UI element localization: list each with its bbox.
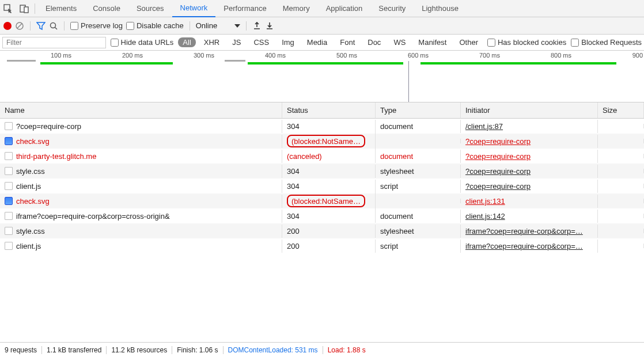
initiator-link[interactable]: client.js:142: [465, 212, 505, 221]
timeline-tick: 900: [632, 52, 643, 59]
chevron-down-icon: [234, 24, 240, 28]
search-icon[interactable]: [49, 21, 58, 31]
request-size: [598, 154, 644, 158]
timeline-overview[interactable]: 100 ms200 ms300 ms400 ms500 ms600 ms700 …: [0, 51, 644, 102]
initiator-link[interactable]: ?coep=require-corp: [465, 137, 531, 146]
type-filter-other[interactable]: Other: [454, 37, 483, 47]
has-blocked-cookies-checkbox[interactable]: Has blocked cookies: [487, 38, 566, 47]
document-file-icon: [5, 152, 13, 160]
blocked-requests-checkbox[interactable]: Blocked Requests: [571, 38, 642, 47]
status-transferred: 1.1 kB transferred: [47, 346, 101, 354]
table-row[interactable]: check.svg(blocked:NotSame…?coep=require-…: [0, 134, 644, 149]
request-status: 304: [282, 210, 376, 223]
table-row[interactable]: iframe?coep=require-corp&corp=cross-orig…: [0, 208, 644, 223]
col-size[interactable]: Size: [598, 102, 644, 118]
request-type: document: [376, 120, 461, 133]
request-type: stylesheet: [376, 165, 461, 178]
table-row[interactable]: check.svg(blocked:NotSame…client.js:131: [0, 193, 644, 208]
timeline-tick: 100 ms: [51, 52, 71, 59]
type-filter-img[interactable]: Img: [277, 37, 299, 47]
request-name: third-party-test.glitch.me: [16, 152, 96, 161]
tab-performance[interactable]: Performance: [215, 0, 274, 17]
status-requests: 9 requests: [5, 346, 37, 354]
initiator-link[interactable]: /client.js:87: [465, 122, 503, 131]
request-size: [598, 184, 644, 188]
inspect-element-icon[interactable]: [0, 1, 16, 17]
request-status: 200: [282, 225, 376, 238]
filter-icon[interactable]: [36, 21, 46, 31]
hide-data-urls-checkbox[interactable]: Hide data URLs: [111, 38, 174, 47]
request-name: iframe?coep=require-corp&corp=cross-orig…: [16, 212, 170, 221]
initiator-link[interactable]: iframe?coep=require-corp&corp=…: [465, 227, 583, 236]
throttling-select[interactable]: Online: [196, 21, 241, 30]
table-row[interactable]: client.js200scriptiframe?coep=require-co…: [0, 238, 644, 253]
request-table: Name Status Type Initiator Size ?coep=re…: [0, 102, 644, 342]
initiator-link[interactable]: ?coep=require-corp: [465, 182, 531, 191]
col-name[interactable]: Name: [0, 102, 282, 118]
initiator-link[interactable]: ?coep=require-corp: [465, 167, 531, 176]
status-bar: 9 requests 1.1 kB transferred 11.2 kB re…: [0, 342, 644, 357]
disable-cache-checkbox[interactable]: Disable cache: [126, 21, 184, 30]
record-button[interactable]: [3, 22, 12, 30]
request-size: [598, 199, 644, 203]
col-type[interactable]: Type: [376, 102, 461, 118]
preserve-log-checkbox[interactable]: Preserve log: [70, 21, 123, 30]
tab-sources[interactable]: Sources: [128, 0, 172, 17]
svg-line-4: [17, 24, 22, 28]
table-row[interactable]: style.css304stylesheet?coep=require-corp: [0, 164, 644, 178]
initiator-link[interactable]: ?coep=require-corp: [465, 152, 531, 161]
table-header: Name Status Type Initiator Size: [0, 102, 644, 119]
type-filter-all[interactable]: All: [178, 37, 195, 47]
type-filter-ws[interactable]: WS: [389, 37, 410, 47]
table-row[interactable]: ?coep=require-corp304document/client.js:…: [0, 119, 644, 134]
tab-security[interactable]: Security: [370, 0, 414, 17]
panel-tabs: ElementsConsoleSourcesNetworkPerformance…: [37, 0, 467, 17]
filter-input[interactable]: [2, 37, 106, 48]
request-size: [598, 214, 644, 218]
table-row[interactable]: style.css200stylesheetiframe?coep=requir…: [0, 223, 644, 238]
download-har-icon[interactable]: [265, 21, 274, 31]
clear-icon[interactable]: [15, 21, 24, 31]
table-row[interactable]: client.js304script?coep=require-corp: [0, 178, 644, 193]
type-filter-css[interactable]: CSS: [249, 37, 274, 47]
tab-lighthouse[interactable]: Lighthouse: [414, 0, 467, 17]
request-status: 304: [282, 120, 376, 133]
request-name: client.js: [16, 242, 41, 250]
request-type: [376, 199, 461, 203]
request-status: (blocked:NotSame…: [282, 192, 376, 210]
type-filter-font[interactable]: Font: [335, 37, 359, 47]
domcontentloaded-marker: [408, 61, 409, 102]
request-name: style.css: [16, 167, 45, 176]
document-file-icon: [5, 242, 13, 250]
type-filter-doc[interactable]: Doc: [363, 37, 385, 47]
col-initiator[interactable]: Initiator: [461, 102, 598, 118]
type-filter-xhr[interactable]: XHR: [199, 37, 224, 47]
initiator-link[interactable]: iframe?coep=require-corp&corp=…: [465, 242, 583, 250]
document-file-icon: [5, 122, 13, 130]
request-status: 304: [282, 165, 376, 178]
blocked-status-highlight: (blocked:NotSame…: [287, 135, 365, 147]
tab-application[interactable]: Application: [318, 0, 371, 17]
tab-elements[interactable]: Elements: [37, 0, 85, 17]
col-status[interactable]: Status: [282, 102, 376, 118]
timeline-tick: 700 ms: [479, 52, 500, 59]
upload-har-icon[interactable]: [252, 21, 262, 31]
initiator-link[interactable]: client.js:131: [465, 197, 505, 206]
blocked-status-highlight: (blocked:NotSame…: [287, 195, 365, 207]
request-type: document: [376, 210, 461, 223]
toggle-device-icon[interactable]: [16, 1, 32, 17]
request-type: stylesheet: [376, 225, 461, 238]
timeline-tick: 500 ms: [336, 52, 357, 59]
type-filter-manifest[interactable]: Manifest: [414, 37, 451, 47]
type-filter-media[interactable]: Media: [302, 37, 332, 47]
table-row[interactable]: third-party-test.glitch.me(canceled)docu…: [0, 149, 644, 164]
timeline-tick: 300 ms: [194, 52, 214, 59]
tab-network[interactable]: Network: [172, 0, 216, 17]
request-type: document: [376, 150, 461, 163]
tab-memory[interactable]: Memory: [275, 0, 318, 17]
tab-console[interactable]: Console: [85, 0, 128, 17]
request-type: script: [376, 180, 461, 193]
document-file-icon: [5, 212, 13, 220]
request-name: check.svg: [16, 197, 50, 206]
type-filter-js[interactable]: JS: [228, 37, 245, 47]
